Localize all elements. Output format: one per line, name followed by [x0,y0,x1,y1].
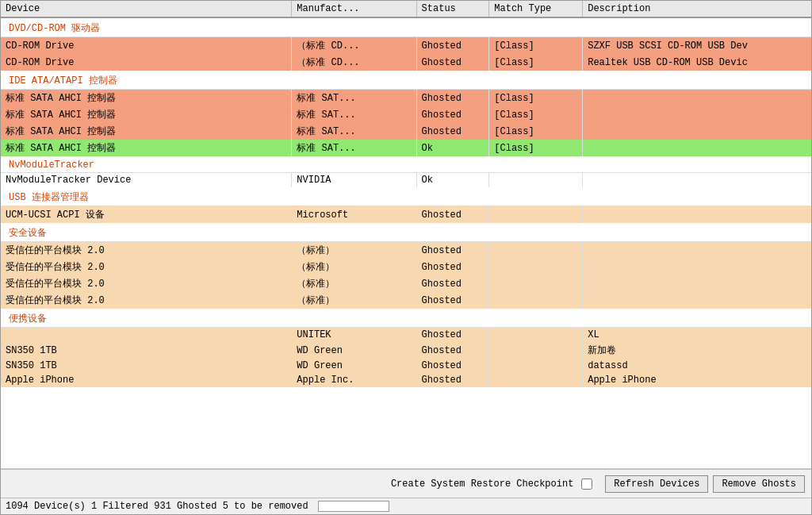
col-header-description: Description [583,1,811,17]
cell-device: CD-ROM Drive [1,54,292,71]
cell-description [583,259,811,275]
cell-status: Ghosted [416,342,489,359]
table-row[interactable]: 受信任的平台模块 2.0（标准）Ghosted [1,242,811,259]
cell-device: 标准 SATA AHCI 控制器 [1,106,292,123]
cell-matchType [489,342,583,359]
cell-status: Ghosted [416,292,489,309]
cell-manufacturer: （标准） [292,242,416,259]
category-row: NvModuleTracker [1,156,811,173]
table-row[interactable]: SN350 1TBWD GreenGhosted新加卷 [1,342,811,359]
device-table: Device Manufact... Status Match Type Des… [1,1,811,387]
category-label: USB 连接器管理器 [1,187,811,206]
cell-status: Ghosted [416,275,489,292]
cell-description [583,242,811,259]
cell-matchType [489,242,583,259]
category-label: 安全设备 [1,223,811,242]
table-row[interactable]: 受信任的平台模块 2.0（标准）Ghosted [1,275,811,292]
cell-matchType: [Class] [489,90,583,107]
cell-manufacturer: 标准 SAT... [292,106,416,123]
cell-device: SN350 1TB [1,359,292,373]
cell-device: 标准 SATA AHCI 控制器 [1,140,292,156]
cell-manufacturer: WD Green [292,342,416,359]
cell-description: SZXF USB SCSI CD-ROM USB Dev [583,37,811,55]
table-row[interactable]: 标准 SATA AHCI 控制器标准 SAT...Ghosted[Class] [1,106,811,123]
table-row[interactable]: 标准 SATA AHCI 控制器标准 SAT...Ok[Class] [1,140,811,156]
cell-description [583,106,811,123]
cell-status: Ghosted [416,359,489,373]
cell-status: Ok [416,140,489,156]
main-window: Device Manufact... Status Match Type Des… [0,0,812,515]
cell-status: Ok [416,173,489,188]
cell-device: 受信任的平台模块 2.0 [1,259,292,275]
cell-description [583,292,811,309]
table-body: DVD/CD-ROM 驱动器CD-ROM Drive（标准 CD...Ghost… [1,17,811,387]
cell-matchType: [Class] [489,54,583,71]
table-row[interactable]: SN350 1TBWD GreenGhosteddatassd [1,359,811,373]
table-row[interactable]: UNITEKGhostedXL [1,328,811,343]
table-row[interactable]: 标准 SATA AHCI 控制器标准 SAT...Ghosted[Class] [1,90,811,107]
category-row: USB 连接器管理器 [1,187,811,206]
cell-device: SN350 1TB [1,342,292,359]
cell-manufacturer: WD Green [292,359,416,373]
status-bar: 1094 Device(s) 1 Filtered 931 Ghosted 5 … [1,498,811,514]
cell-status: Ghosted [416,37,489,55]
cell-device: 标准 SATA AHCI 控制器 [1,90,292,107]
table-row[interactable]: NvModuleTracker DeviceNVIDIAOk [1,173,811,188]
cell-manufacturer: NVIDIA [292,173,416,188]
table-row[interactable]: 受信任的平台模块 2.0（标准）Ghosted [1,259,811,275]
refresh-devices-button[interactable]: Refresh Devices [605,475,708,493]
category-row: 安全设备 [1,223,811,242]
cell-manufacturer: 标准 SAT... [292,140,416,156]
cell-status: Ghosted [416,54,489,71]
cell-device: 受信任的平台模块 2.0 [1,242,292,259]
cell-matchType [489,328,583,343]
cell-status: Ghosted [416,328,489,343]
device-table-area[interactable]: Device Manufact... Status Match Type Des… [1,1,811,469]
status-text: 1094 Device(s) 1 Filtered 931 Ghosted 5 … [6,501,308,512]
cell-status: Ghosted [416,123,489,140]
cell-device: Apple iPhone [1,373,292,387]
cell-status: Ghosted [416,373,489,387]
table-row[interactable]: CD-ROM Drive（标准 CD...Ghosted[Class]Realt… [1,54,811,71]
cell-description [583,123,811,140]
cell-manufacturer: （标准） [292,292,416,309]
checkpoint-checkbox[interactable] [581,478,592,490]
cell-description: datassd [583,359,811,373]
cell-description: XL [583,328,811,343]
cell-manufacturer: UNITEK [292,328,416,343]
cell-manufacturer: （标准 CD... [292,54,416,71]
remove-ghosts-button[interactable]: Remove Ghosts [713,475,805,493]
cell-device: CD-ROM Drive [1,37,292,55]
cell-matchType [489,359,583,373]
table-row[interactable]: UCM-UCSI ACPI 设备MicrosoftGhosted [1,206,811,224]
category-label: 便携设备 [1,309,811,328]
cell-device: 标准 SATA AHCI 控制器 [1,123,292,140]
table-row[interactable]: 标准 SATA AHCI 控制器标准 SAT...Ghosted[Class] [1,123,811,140]
category-row: IDE ATA/ATAPI 控制器 [1,71,811,90]
table-row[interactable]: 受信任的平台模块 2.0（标准）Ghosted [1,292,811,309]
table-row[interactable]: CD-ROM Drive（标准 CD...Ghosted[Class]SZXF … [1,37,811,55]
cell-matchType: [Class] [489,123,583,140]
cell-description [583,173,811,188]
category-row: DVD/CD-ROM 驱动器 [1,17,811,37]
cell-manufacturer: （标准 CD... [292,37,416,55]
category-label: DVD/CD-ROM 驱动器 [1,17,811,37]
bottom-toolbar: Create System Restore Checkpoint Refresh… [1,469,811,498]
cell-status: Ghosted [416,242,489,259]
cell-manufacturer: 标准 SAT... [292,90,416,107]
category-label: NvModuleTracker [1,156,811,173]
cell-description: 新加卷 [583,342,811,359]
col-header-status: Status [416,1,489,17]
cell-device: NvModuleTracker Device [1,173,292,188]
cell-matchType [489,292,583,309]
cell-status: Ghosted [416,206,489,224]
cell-matchType [489,373,583,387]
col-header-manufacturer: Manufact... [292,1,416,17]
cell-status: Ghosted [416,259,489,275]
cell-description [583,206,811,224]
cell-matchType [489,259,583,275]
cell-description [583,90,811,107]
table-row[interactable]: Apple iPhoneApple Inc.GhostedApple iPhon… [1,373,811,387]
cell-manufacturer: （标准） [292,259,416,275]
cell-matchType [489,206,583,224]
